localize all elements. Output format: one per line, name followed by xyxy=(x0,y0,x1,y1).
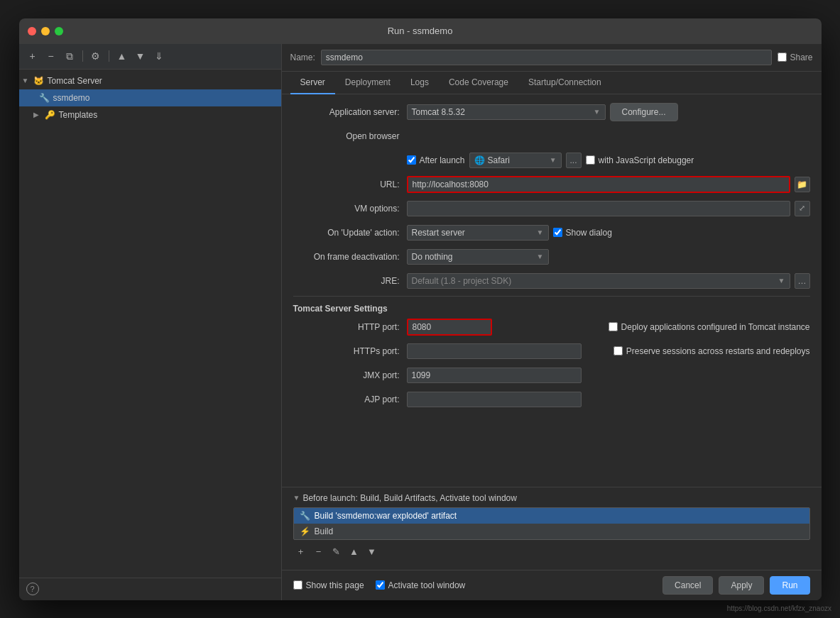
browser-icon: 🌐 xyxy=(474,155,485,165)
main-window: Run - ssmdemo + − ⧉ ⚙ ▲ ▼ ⇓ ▼ 🐱 Tomcat S… xyxy=(19,18,822,600)
show-page-checkbox[interactable] xyxy=(293,580,302,590)
launch-toolbar: + − ✎ ▲ ▼ xyxy=(293,544,810,560)
templates-label: Templates xyxy=(59,110,98,120)
http-port-control: Deploy applications configured in Tomcat… xyxy=(407,319,810,336)
sidebar-toolbar: + − ⧉ ⚙ ▲ ▼ ⇓ xyxy=(19,44,281,70)
deploy-tomcat-checkbox[interactable] xyxy=(609,322,618,331)
launch-item-build[interactable]: ⚡ Build xyxy=(294,524,809,539)
browser-ellipsis-btn[interactable]: ... xyxy=(566,153,582,168)
vm-options-row: VM options: ⤢ xyxy=(293,199,810,218)
ajp-port-row: AJP port: xyxy=(293,390,810,409)
server-panel-body: Application server: Tomcat 8.5.32 ▼ Conf… xyxy=(282,94,822,487)
frame-deactivation-arrow: ▼ xyxy=(537,253,544,260)
https-port-control: Preserve sessions across restarts and re… xyxy=(407,343,810,359)
browser-value: Safari xyxy=(488,155,510,165)
deploy-tomcat-row: Deploy applications configured in Tomcat… xyxy=(609,322,810,332)
apply-button[interactable]: Apply xyxy=(719,576,764,595)
toolbar-separator-2 xyxy=(109,50,109,62)
url-browse-btn[interactable]: 📁 xyxy=(795,177,810,192)
after-launch-label: After launch xyxy=(420,155,465,165)
browser-dropdown[interactable]: 🌐 Safari ▼ xyxy=(469,153,562,168)
templates-icon: 🔑 xyxy=(45,109,56,121)
before-launch-arrow: ▼ xyxy=(293,494,300,502)
ajp-port-input[interactable] xyxy=(407,392,582,407)
app-server-dropdown[interactable]: Tomcat 8.5.32 ▼ xyxy=(407,104,606,120)
http-port-label: HTTP port: xyxy=(293,322,407,332)
launch-up-btn[interactable]: ▲ xyxy=(347,544,362,560)
tab-code-coverage[interactable]: Code Coverage xyxy=(439,72,518,94)
help-button[interactable]: ? xyxy=(26,583,39,595)
bottom-options: Show this page Activate tool window xyxy=(293,580,658,590)
after-launch-control: After launch 🌐 Safari ▼ ... with JavaScr… xyxy=(407,153,810,168)
tab-deployment[interactable]: Deployment xyxy=(335,72,400,94)
jre-dropdown[interactable]: Default (1.8 - project SDK) ▼ xyxy=(407,273,790,289)
after-launch-checkbox[interactable] xyxy=(407,155,416,165)
launch-item-artifact[interactable]: 🔧 Build 'ssmdemo:war exploded' artifact xyxy=(294,508,809,524)
preserve-sessions-checkbox[interactable] xyxy=(613,346,623,355)
jre-more-btn[interactable]: … xyxy=(795,273,810,289)
activate-tool-checkbox[interactable] xyxy=(376,580,385,590)
add-config-button[interactable]: + xyxy=(25,48,40,64)
run-button[interactable]: Run xyxy=(770,576,809,595)
launch-list: 🔧 Build 'ssmdemo:war exploded' artifact … xyxy=(293,507,810,540)
move-down-button[interactable]: ▼ xyxy=(133,48,148,64)
js-debugger-checkbox[interactable] xyxy=(586,155,595,165)
preserve-sessions-row: Preserve sessions across restarts and re… xyxy=(613,346,810,356)
http-port-input[interactable] xyxy=(407,319,492,336)
launch-remove-btn[interactable]: − xyxy=(311,544,327,560)
move-up-button[interactable]: ▲ xyxy=(114,48,130,64)
configure-button[interactable]: Configure... xyxy=(610,103,678,121)
show-dialog-checkbox[interactable] xyxy=(553,228,562,237)
sort-button[interactable]: ⇓ xyxy=(151,48,167,64)
frame-deactivation-row: On frame deactivation: Do nothing ▼ xyxy=(293,248,810,266)
ssmdemo-config-item[interactable]: 🔧 ssmdemo xyxy=(19,89,281,106)
tomcat-icon: 🐱 xyxy=(33,75,45,87)
tab-server[interactable]: Server xyxy=(290,72,335,94)
show-page-row: Show this page xyxy=(293,580,364,590)
share-checkbox[interactable] xyxy=(778,53,787,62)
url-row: URL: 📁 xyxy=(293,175,810,194)
update-action-value: Restart server xyxy=(412,228,465,238)
vm-expand-btn[interactable]: ⤢ xyxy=(795,201,810,216)
window-controls xyxy=(28,27,63,35)
ajp-port-control xyxy=(407,392,810,407)
maximize-button[interactable] xyxy=(55,27,63,35)
https-port-label: HTTPs port: xyxy=(293,346,407,356)
launch-down-btn[interactable]: ▼ xyxy=(364,544,380,560)
vm-options-input[interactable] xyxy=(407,201,790,216)
jmx-port-input[interactable] xyxy=(407,368,582,383)
https-port-input[interactable] xyxy=(407,343,582,359)
name-input[interactable] xyxy=(321,50,773,65)
launch-add-btn[interactable]: + xyxy=(293,544,309,560)
tab-logs[interactable]: Logs xyxy=(400,72,439,94)
name-label: Name: xyxy=(290,53,315,62)
open-browser-row: Open browser xyxy=(293,127,810,145)
cancel-button[interactable]: Cancel xyxy=(662,576,713,595)
js-debugger-label: with JavaScript debugger xyxy=(599,155,694,165)
close-button[interactable] xyxy=(28,27,36,35)
jre-arrow: ▼ xyxy=(778,277,785,285)
update-action-dropdown[interactable]: Restart server ▼ xyxy=(407,225,549,241)
watermark: https://blog.csdn.net/kfzx_znaozx xyxy=(727,605,831,612)
share-checkbox-row: Share xyxy=(778,53,812,62)
frame-deactivation-label: On frame deactivation: xyxy=(293,252,407,262)
tomcat-server-group[interactable]: ▼ 🐱 Tomcat Server xyxy=(19,72,281,89)
remove-config-button[interactable]: − xyxy=(43,48,59,64)
bottom-bar: Show this page Activate tool window Canc… xyxy=(282,570,822,600)
tab-startup-connection[interactable]: Startup/Connection xyxy=(518,72,611,94)
settings-button[interactable]: ⚙ xyxy=(88,48,104,64)
vm-options-control: ⤢ xyxy=(407,201,810,216)
templates-item[interactable]: ▶ 🔑 Templates xyxy=(19,106,281,123)
launch-edit-btn[interactable]: ✎ xyxy=(329,544,344,560)
copy-config-button[interactable]: ⧉ xyxy=(62,48,77,64)
url-input[interactable] xyxy=(407,176,790,193)
ssmdemo-icon: 🔧 xyxy=(39,92,50,104)
frame-deactivation-value: Do nothing xyxy=(412,252,453,262)
ajp-port-label: AJP port: xyxy=(293,394,407,404)
minimize-button[interactable] xyxy=(41,27,50,35)
app-server-row: Application server: Tomcat 8.5.32 ▼ Conf… xyxy=(293,103,810,121)
settings-separator xyxy=(293,296,810,297)
browser-dropdown-arrow: ▼ xyxy=(550,156,557,164)
frame-deactivation-dropdown[interactable]: Do nothing ▼ xyxy=(407,249,549,265)
show-dialog-label: Show dialog xyxy=(566,228,612,238)
